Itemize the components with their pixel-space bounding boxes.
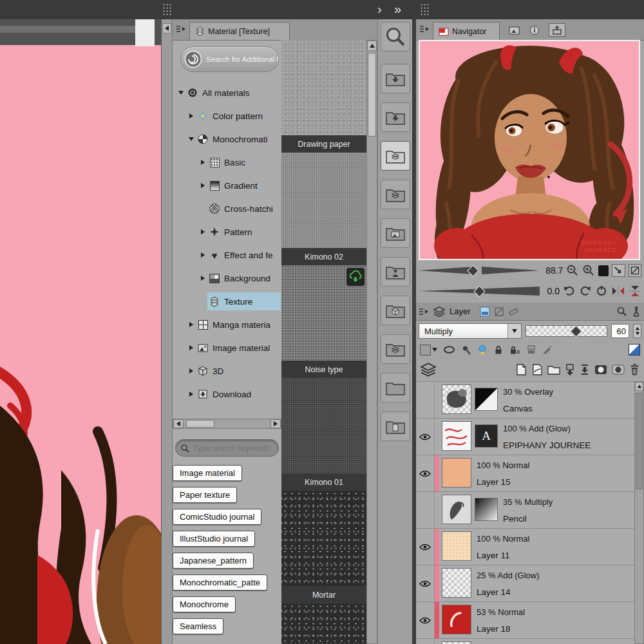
eye-icon[interactable]	[419, 433, 431, 440]
zoom-out-icon[interactable]	[566, 264, 579, 277]
bulb-icon[interactable]	[477, 345, 488, 355]
tree-item-gradient[interactable]: Gradient	[174, 174, 281, 197]
quick-mask-icon[interactable]	[494, 307, 504, 317]
layer-name[interactable]: Layer 14	[477, 587, 540, 597]
layer-name[interactable]: Pencil	[503, 514, 553, 524]
collapse-triangle-icon[interactable]	[198, 229, 207, 234]
text-layer-icon[interactable]: A	[475, 424, 498, 448]
tree-item-all-materials[interactable]: All materials	[174, 81, 281, 104]
layer-color-bar[interactable]	[435, 565, 439, 601]
texture-thumbnail[interactable]	[281, 491, 366, 586]
collapse-panel-button[interactable]	[162, 23, 171, 33]
texture-scrollbar[interactable]	[366, 40, 377, 644]
delete-layer-trash-icon[interactable]	[629, 363, 640, 376]
layer-row-canvas[interactable]: 30 % Overlay Canvas	[416, 382, 634, 419]
layer-row-layer-18[interactable]: 53 % Normal Layer 18	[416, 602, 634, 639]
layer-row-layer-14[interactable]: 25 % Add (Glow) Layer 14	[416, 565, 634, 602]
flip-vertical-icon[interactable]	[629, 285, 641, 298]
layer-row-layer-11[interactable]: 100 % Normal Layer 11	[416, 529, 634, 565]
folder-button-3d[interactable]	[381, 296, 410, 325]
layer-color-dropdown[interactable]	[420, 345, 437, 355]
eye-icon[interactable]	[419, 580, 431, 587]
layer-search-icon[interactable]	[616, 306, 627, 317]
texture-thumbnail[interactable]	[281, 40, 366, 135]
expand-triangle-icon[interactable]	[187, 137, 196, 141]
tree-item-download[interactable]: Download	[174, 383, 281, 406]
tree-item-pattern[interactable]: Pattern	[174, 220, 281, 243]
opacity-stepper[interactable]	[633, 324, 641, 338]
new-layer-folder-icon[interactable]	[547, 364, 560, 375]
scroll-up-button[interactable]	[367, 41, 377, 51]
reference-layer-icon[interactable]	[443, 345, 455, 355]
eye-icon[interactable]	[419, 470, 431, 477]
layer-row-epiphany-journee[interactable]: A 100 % Add (Glow) EPIPHANY JOURNEE	[416, 419, 634, 455]
new-vector-layer-icon[interactable]	[531, 363, 543, 376]
panel-divider[interactable]	[161, 19, 173, 644]
search-input[interactable]	[192, 443, 272, 453]
navigator-preview[interactable]: EPIPHANY JOURNEE	[419, 40, 640, 260]
collapse-triangle-icon[interactable]	[187, 368, 196, 374]
texture-item-kimono-01[interactable]: Kimono 01	[281, 378, 366, 491]
layer-name[interactable]: Layer 11	[477, 551, 529, 560]
scrollbar-thumb[interactable]	[186, 420, 214, 428]
scroll-right-button[interactable]	[270, 419, 281, 428]
new-raster-layer-icon[interactable]	[515, 363, 527, 376]
layer-list-scrollbar[interactable]	[634, 381, 644, 644]
visibility-cell[interactable]	[416, 382, 435, 418]
collapse-triangle-icon[interactable]	[198, 252, 207, 258]
folder-button-texture-2[interactable]	[381, 334, 410, 364]
tag-comicstudio-journal[interactable]: ComicStudio journal	[173, 509, 261, 525]
layer-thumbnail[interactable]	[442, 458, 471, 488]
expand-all-panels-icon[interactable]: »	[394, 1, 401, 17]
lock-icon[interactable]	[493, 345, 504, 355]
folder-button-image[interactable]	[381, 218, 410, 248]
visibility-cell[interactable]	[416, 602, 435, 638]
panel-menu-icon[interactable]	[419, 25, 430, 33]
tag-monochromatic-pattern[interactable]: Monochromatic_patte	[173, 574, 267, 591]
tree-item-basic[interactable]: Basic	[174, 151, 281, 174]
search-additional-materials-button[interactable]: Search for Additional Ma	[180, 46, 279, 72]
canvas-artwork[interactable]	[0, 19, 161, 644]
expand-panel-icon[interactable]: ›	[377, 1, 382, 17]
expand-triangle-icon[interactable]	[176, 91, 185, 95]
lock-transparent-pixels-icon[interactable]: a	[509, 345, 520, 355]
chevron-down-icon[interactable]	[507, 324, 521, 338]
visibility-cell[interactable]	[416, 565, 435, 601]
folder-button-texture[interactable]	[381, 180, 410, 209]
layer-thumbnail[interactable]	[442, 605, 471, 634]
scrollbar-thumb[interactable]	[368, 53, 376, 137]
layer-thumbnail[interactable]	[442, 531, 471, 561]
folder-button-download-1[interactable]	[381, 64, 410, 93]
tree-item-image-material[interactable]: Image material	[174, 336, 281, 359]
tag-japanese-pattern[interactable]: Japanese_pattern	[173, 553, 254, 569]
opacity-slider-handle[interactable]	[570, 325, 582, 337]
folder-button-figure[interactable]	[381, 257, 410, 287]
tree-item-cross-hatching[interactable]: Cross-hatchi	[174, 197, 281, 220]
layer-thumbnail[interactable]	[442, 568, 471, 598]
layer-thumbnail[interactable]	[442, 384, 471, 414]
folder-button-download-2[interactable]	[381, 102, 410, 132]
reset-rotate-icon[interactable]	[595, 285, 608, 298]
layer-name[interactable]: Layer 15	[477, 477, 529, 487]
pin-icon[interactable]	[461, 345, 471, 355]
collapse-triangle-icon[interactable]	[198, 183, 207, 188]
tab-material-texture[interactable]: Material [Texture]	[189, 22, 290, 40]
collapse-triangle-icon[interactable]	[187, 113, 196, 118]
clip-to-layer-below-icon[interactable]	[526, 345, 536, 355]
layer-thumbnail[interactable]	[442, 495, 471, 524]
opacity-slider[interactable]	[526, 325, 608, 337]
step-up-icon[interactable]	[635, 327, 639, 330]
eye-icon[interactable]	[419, 617, 431, 624]
visibility-cell[interactable]	[416, 639, 435, 644]
tree-item-effect-and-feeling[interactable]: Effect and fe	[174, 243, 281, 267]
collapse-triangle-icon[interactable]	[187, 345, 196, 350]
tree-item-background[interactable]: Background	[174, 267, 281, 290]
rotate-left-icon[interactable]	[563, 285, 576, 298]
layer-property-icon[interactable]	[480, 307, 490, 317]
layer-color-bar[interactable]	[435, 455, 439, 491]
layer-color-mark-icon[interactable]	[629, 344, 640, 355]
tree-item-3d[interactable]: 3D	[174, 359, 281, 383]
material-search-field[interactable]	[175, 439, 279, 457]
drag-grip-icon[interactable]	[420, 3, 430, 16]
tree-horizontal-scrollbar[interactable]	[173, 419, 281, 429]
